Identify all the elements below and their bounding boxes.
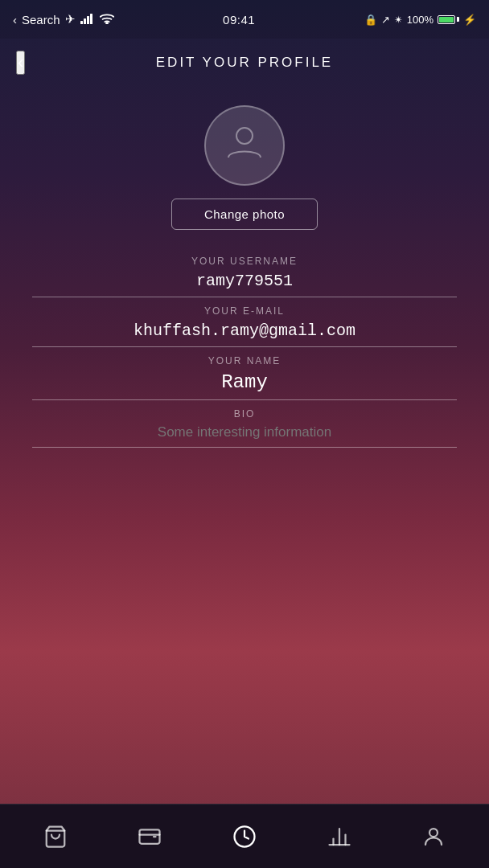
status-right: 🔒 ↗ ✴ 100% ⚡ — [364, 14, 476, 26]
battery-icon — [438, 15, 459, 24]
name-input[interactable] — [32, 371, 457, 400]
lock-icon: 🔒 — [364, 14, 377, 26]
bio-field-group: BIO — [32, 408, 457, 448]
bluetooth-icon: ✴ — [394, 14, 403, 26]
username-input[interactable] — [32, 272, 457, 297]
nav-item-shop[interactable] — [31, 825, 80, 849]
svg-point-13 — [429, 829, 438, 837]
wallet-icon — [138, 825, 162, 849]
username-field-group: YOUR USERNAME — [32, 256, 457, 297]
avatar-area: Change photo — [0, 87, 489, 248]
svg-point-4 — [106, 22, 108, 23]
status-search-label: Search — [22, 13, 60, 27]
email-input[interactable] — [32, 321, 457, 347]
name-field-group: YOUR NAME — [32, 355, 457, 400]
page-title: EDIT YOUR PROFILE — [156, 55, 333, 71]
nav-item-profile[interactable] — [409, 825, 458, 849]
battery-percentage: 100% — [407, 14, 434, 26]
airplane-icon: ✈ — [65, 12, 76, 27]
status-time: 09:41 — [223, 13, 255, 27]
charging-icon: ⚡ — [463, 14, 476, 26]
form-area: YOUR USERNAME YOUR E-MAIL YOUR NAME BIO — [0, 248, 489, 804]
status-bar: ‹ Search ✈ 09:41 — [0, 0, 489, 39]
svg-rect-1 — [84, 18, 86, 24]
email-label: YOUR E-MAIL — [204, 305, 285, 317]
change-photo-button[interactable]: Change photo — [171, 199, 318, 230]
bio-label: BIO — [234, 408, 256, 420]
stats-icon — [327, 825, 351, 849]
svg-point-5 — [236, 128, 253, 144]
svg-rect-7 — [140, 829, 160, 844]
dashboard-icon — [232, 825, 257, 849]
name-label: YOUR NAME — [208, 355, 281, 366]
avatar-placeholder-icon — [224, 121, 265, 169]
signal-icon — [80, 13, 95, 27]
username-label: YOUR USERNAME — [191, 256, 298, 267]
svg-rect-2 — [87, 16, 89, 24]
email-field-group: YOUR E-MAIL — [32, 305, 457, 347]
avatar-circle — [204, 105, 285, 186]
bottom-nav — [0, 804, 489, 868]
nav-item-stats[interactable] — [315, 825, 364, 849]
location-icon: ↗ — [381, 14, 390, 26]
back-button[interactable]: ‹ — [16, 51, 25, 75]
nav-item-wallet[interactable] — [125, 825, 174, 849]
profile-icon — [421, 825, 446, 849]
bio-input[interactable] — [32, 424, 457, 448]
back-text: ‹ — [13, 13, 17, 27]
header: ‹ EDIT YOUR PROFILE — [0, 39, 489, 87]
status-left: ‹ Search ✈ — [13, 12, 114, 27]
wifi-icon — [100, 13, 114, 27]
shop-icon — [43, 825, 68, 849]
svg-rect-0 — [80, 21, 83, 24]
svg-rect-3 — [90, 14, 92, 24]
nav-item-dashboard[interactable] — [220, 825, 269, 849]
